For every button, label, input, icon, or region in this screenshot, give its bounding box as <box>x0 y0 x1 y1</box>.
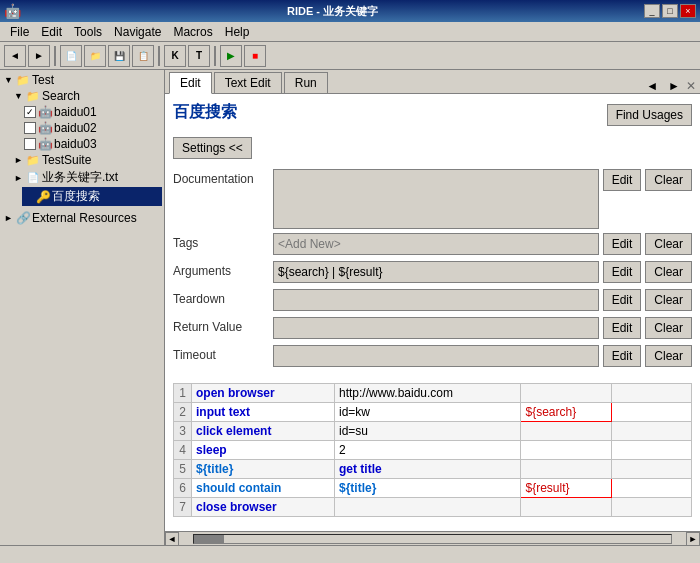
arg2-cell[interactable] <box>521 384 612 403</box>
table-row[interactable]: 7close browser <box>174 498 692 517</box>
arguments-input[interactable] <box>273 261 599 283</box>
save-btn[interactable]: 💾 <box>108 45 130 67</box>
open-btn[interactable]: 📁 <box>84 45 106 67</box>
table-row[interactable]: 3click elementid=su <box>174 422 692 441</box>
back-btn[interactable]: ◄ <box>4 45 26 67</box>
checkbox-icon[interactable] <box>24 122 36 134</box>
checkbox-icon[interactable]: ✓ <box>24 106 36 118</box>
return-value-input[interactable] <box>273 317 599 339</box>
settings-button[interactable]: Settings << <box>173 137 252 159</box>
test-btn[interactable]: T <box>188 45 210 67</box>
checkbox-icon[interactable] <box>24 138 36 150</box>
documentation-edit-btn[interactable]: Edit <box>603 169 642 191</box>
arg2-cell[interactable]: ${search} <box>521 403 612 422</box>
sidebar-item-external-resources[interactable]: ► 🔗 External Resources <box>2 210 162 226</box>
sidebar-item-baidu02[interactable]: 🤖 baidu02 <box>22 120 162 136</box>
teardown-edit-btn[interactable]: Edit <box>603 289 642 311</box>
row-number: 6 <box>174 479 192 498</box>
keyword-btn[interactable]: K <box>164 45 186 67</box>
arg3-cell[interactable] <box>612 498 692 517</box>
keyword-cell[interactable]: should contain <box>192 479 335 498</box>
arg3-cell[interactable] <box>612 384 692 403</box>
keyword-cell[interactable]: close browser <box>192 498 335 517</box>
arg3-cell[interactable] <box>612 403 692 422</box>
menu-macros[interactable]: Macros <box>167 23 218 41</box>
sidebar-item-keywords-file[interactable]: ► 📄 业务关键字.txt <box>12 168 162 187</box>
arg3-cell[interactable] <box>612 460 692 479</box>
return-value-clear-btn[interactable]: Clear <box>645 317 692 339</box>
arg1-cell[interactable]: 2 <box>334 441 521 460</box>
tags-input[interactable] <box>273 233 599 255</box>
sidebar-item-test[interactable]: ▼ 📁 Test <box>2 72 162 88</box>
scroll-left-btn[interactable]: ◄ <box>165 532 179 546</box>
arg2-cell[interactable] <box>521 422 612 441</box>
arg2-cell[interactable] <box>521 441 612 460</box>
tab-prev-btn[interactable]: ◄ <box>642 79 662 93</box>
arg1-cell[interactable]: http://www.baidu.com <box>334 384 521 403</box>
arg2-cell[interactable] <box>521 460 612 479</box>
table-row[interactable]: 2input textid=kw${search} <box>174 403 692 422</box>
window-controls[interactable]: _ □ × <box>644 4 696 18</box>
maximize-btn[interactable]: □ <box>662 4 678 18</box>
folder-icon: 📁 <box>26 89 40 103</box>
timeout-edit-btn[interactable]: Edit <box>603 345 642 367</box>
keyword-cell[interactable]: input text <box>192 403 335 422</box>
arg3-cell[interactable] <box>612 422 692 441</box>
arg3-cell[interactable] <box>612 479 692 498</box>
forward-btn[interactable]: ► <box>28 45 50 67</box>
arguments-edit-btn[interactable]: Edit <box>603 261 642 283</box>
tab-run[interactable]: Run <box>284 72 328 93</box>
arg3-cell[interactable] <box>612 441 692 460</box>
documentation-clear-btn[interactable]: Clear <box>645 169 692 191</box>
arg2-cell[interactable]: ${result} <box>521 479 612 498</box>
tab-next-btn[interactable]: ► <box>664 79 684 93</box>
run-btn[interactable]: ▶ <box>220 45 242 67</box>
scroll-right-btn[interactable]: ► <box>686 532 700 546</box>
table-row[interactable]: 6should contain${title}${result} <box>174 479 692 498</box>
tags-clear-btn[interactable]: Clear <box>645 233 692 255</box>
menu-edit[interactable]: Edit <box>35 23 68 41</box>
documentation-textarea[interactable] <box>273 169 599 229</box>
keyword-cell[interactable]: open browser <box>192 384 335 403</box>
keyword-cell[interactable]: sleep <box>192 441 335 460</box>
arg1-cell[interactable]: get title <box>334 460 521 479</box>
arg1-cell[interactable]: id=kw <box>334 403 521 422</box>
horizontal-scrollbar[interactable]: ◄ ► <box>165 531 700 545</box>
find-usages-button[interactable]: Find Usages <box>607 104 692 126</box>
sidebar-item-baidu03[interactable]: 🤖 baidu03 <box>22 136 162 152</box>
tags-edit-btn[interactable]: Edit <box>603 233 642 255</box>
sidebar-item-baidu01[interactable]: ✓ 🤖 baidu01 <box>22 104 162 120</box>
keyword-cell[interactable]: ${title} <box>192 460 335 479</box>
arg1-cell[interactable] <box>334 498 521 517</box>
tab-text-edit[interactable]: Text Edit <box>214 72 282 93</box>
menu-file[interactable]: File <box>4 23 35 41</box>
tab-bar: Edit Text Edit Run ◄ ► ✕ <box>165 70 700 94</box>
stop-btn[interactable]: ■ <box>244 45 266 67</box>
sidebar-item-search[interactable]: ▼ 📁 Search <box>12 88 162 104</box>
return-value-edit-btn[interactable]: Edit <box>603 317 642 339</box>
keyword-cell[interactable]: click element <box>192 422 335 441</box>
arg1-cell[interactable]: ${title} <box>334 479 521 498</box>
arguments-clear-btn[interactable]: Clear <box>645 261 692 283</box>
tab-edit[interactable]: Edit <box>169 72 212 94</box>
sidebar-item-baidu-search[interactable]: 🔑 百度搜索 <box>22 187 162 206</box>
close-tab-btn[interactable]: ✕ <box>686 79 696 93</box>
menu-navigate[interactable]: Navigate <box>108 23 167 41</box>
minimize-btn[interactable]: _ <box>644 4 660 18</box>
timeout-input[interactable] <box>273 345 599 367</box>
scroll-thumb[interactable] <box>194 535 224 543</box>
teardown-input[interactable] <box>273 289 599 311</box>
new-btn[interactable]: 📄 <box>60 45 82 67</box>
arg2-cell[interactable] <box>521 498 612 517</box>
copy-btn[interactable]: 📋 <box>132 45 154 67</box>
table-row[interactable]: 1open browserhttp://www.baidu.com <box>174 384 692 403</box>
menu-tools[interactable]: Tools <box>68 23 108 41</box>
menu-help[interactable]: Help <box>219 23 256 41</box>
table-row[interactable]: 4sleep2 <box>174 441 692 460</box>
table-row[interactable]: 5${title}get title <box>174 460 692 479</box>
timeout-clear-btn[interactable]: Clear <box>645 345 692 367</box>
arg1-cell[interactable]: id=su <box>334 422 521 441</box>
sidebar-item-testsuite[interactable]: ► 📁 TestSuite <box>12 152 162 168</box>
close-btn[interactable]: × <box>680 4 696 18</box>
teardown-clear-btn[interactable]: Clear <box>645 289 692 311</box>
